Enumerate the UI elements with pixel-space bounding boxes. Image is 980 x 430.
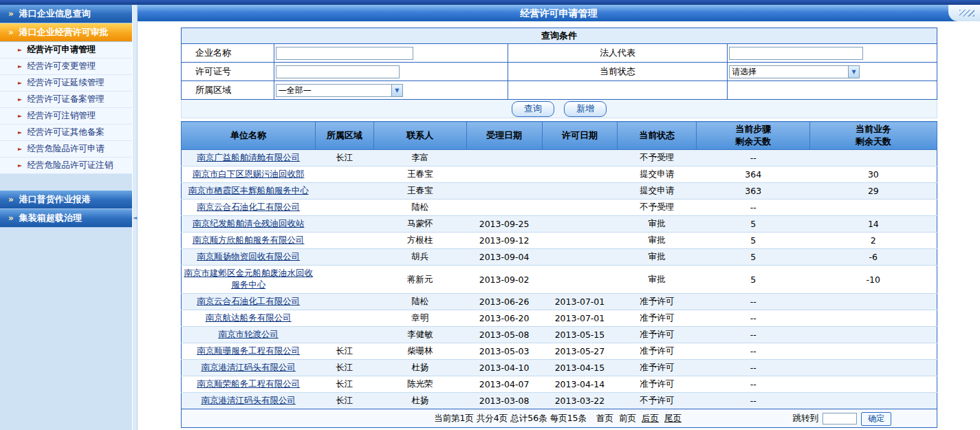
table-row: 南京顺荣船务工程有限公司长江陈光荣2013-04-072013-04-14准予许… xyxy=(182,376,937,393)
table-cell xyxy=(315,233,373,249)
sidebar-item-license-change-mgmt[interactable]: ► 经营许可变更管理 xyxy=(0,58,132,75)
search-button[interactable]: 查询 xyxy=(512,101,554,117)
sidebar-item-license-approval[interactable]: » 港口企业经营许可审批 xyxy=(0,23,132,42)
query-panel-title: 查询条件 xyxy=(182,28,937,44)
company-link[interactable]: 南京顺扬物资回收有限公司 xyxy=(197,251,300,261)
table-cell: 5 xyxy=(697,266,810,294)
table-cell: 准予许可 xyxy=(618,310,697,327)
table-cell: 李健敏 xyxy=(373,327,466,343)
confirm-button[interactable]: 确定 xyxy=(861,412,891,426)
table-cell: 陆松 xyxy=(373,200,466,216)
jump-page-input[interactable] xyxy=(823,413,857,424)
table-cell xyxy=(542,150,618,166)
table-cell: 30 xyxy=(810,166,937,183)
company-link[interactable]: 南京云合石油化工有限公司 xyxy=(197,202,300,212)
results-table: 单位名称 所属区域 联系人 受理日期 许可日期 当前状态 当前步骤 剩余天数 当… xyxy=(181,121,937,409)
sidebar-item-license-cancel-mgmt[interactable]: ► 经营许可注销管理 xyxy=(0,108,132,125)
table-row: 南京云合石油化工有限公司陆松2013-06-262013-07-01准予许可-- xyxy=(182,294,937,310)
license-no-label: 许可证号 xyxy=(182,63,274,81)
menu-icon: » xyxy=(8,195,14,204)
legal-rep-input[interactable] xyxy=(729,47,863,60)
company-link[interactable]: 南京纪发船舶清仓残油回收站 xyxy=(193,218,305,228)
company-link[interactable]: 南京市栖霞区丰辉船舶服务中心 xyxy=(188,185,309,195)
arrow-icon: ► xyxy=(18,80,22,86)
region-select[interactable]: —全部— ▼ xyxy=(276,84,403,97)
table-cell: 王春宝 xyxy=(373,183,466,200)
table-cell: 审批 xyxy=(618,266,697,294)
col-header-step-days: 当前步骤 剩余天数 xyxy=(697,122,810,150)
table-cell: 蒋新元 xyxy=(373,266,466,294)
page-title-bar: 经营许可申请管理 xyxy=(138,5,980,21)
company-link[interactable]: 南京港清江码头有限公司 xyxy=(201,362,296,372)
table-cell: -- xyxy=(697,376,810,393)
company-link[interactable]: 南京顺珊服务工程有限公司 xyxy=(197,345,300,356)
sidebar-item-license-renewal-mgmt[interactable]: ► 经营许可证延续管理 xyxy=(0,75,132,92)
arrow-icon: ► xyxy=(18,97,22,103)
sidebar-item-dangerous-goods-cancel[interactable]: ► 经营危险品许可证注销 xyxy=(0,158,132,174)
table-cell: 审批 xyxy=(618,216,697,233)
table-cell: 长江 xyxy=(315,376,373,393)
table-cell xyxy=(315,200,373,216)
table-cell: 方根柱 xyxy=(373,233,466,249)
table-cell: 2013-04-07 xyxy=(466,376,542,393)
next-page-link[interactable]: 后页 xyxy=(642,413,659,424)
table-cell: 不予受理 xyxy=(618,200,697,216)
company-link[interactable]: 南京市白下区恩赐污油回收部 xyxy=(193,169,305,179)
sidebar-item-enterprise-info-query[interactable]: » 港口企业信息查询 xyxy=(0,5,132,23)
company-cell: 南京港清江码头有限公司 xyxy=(182,360,316,376)
menu-icon: » xyxy=(8,28,14,36)
table-cell: 5 xyxy=(697,233,810,249)
col-header-status: 当前状态 xyxy=(618,122,697,150)
company-cell: 南京纪发船舶清仓残油回收站 xyxy=(182,216,316,233)
table-row: 南京港清江码头有限公司长江杜扬2013-04-102013-04-15准予许可-… xyxy=(182,360,937,376)
company-link[interactable]: 南京航达船务有限公司 xyxy=(206,312,292,323)
table-cell: 2013-05-03 xyxy=(466,343,542,360)
company-link[interactable]: 南京市建邺区金元船舶废油水回收服务中心 xyxy=(184,268,313,290)
sidebar-item-license-application-mgmt[interactable]: ► 经营许可申请管理 xyxy=(0,42,132,58)
sidebar-item-container-overload[interactable]: » 集装箱超载治理 xyxy=(0,209,132,228)
table-cell xyxy=(315,183,373,200)
table-cell xyxy=(466,200,542,216)
table-cell: 章明 xyxy=(373,310,466,327)
current-status-select[interactable]: 请选择 ▼ xyxy=(729,65,860,78)
table-row: 南京航达船务有限公司章明2013-06-202013-07-01准予许可-- xyxy=(182,310,937,327)
company-link[interactable]: 南京云合石油化工有限公司 xyxy=(197,296,300,306)
company-name-input[interactable] xyxy=(276,47,413,60)
table-cell: 长江 xyxy=(315,150,373,166)
last-page-link[interactable]: 尾页 xyxy=(664,413,682,424)
company-cell: 南京市白下区恩赐污油回收部 xyxy=(182,166,316,183)
table-cell: -- xyxy=(697,150,810,166)
arrow-icon: ► xyxy=(18,147,22,152)
table-cell: 长江 xyxy=(315,393,373,409)
sidebar-item-dangerous-goods-apply[interactable]: ► 经营危险品许可申请 xyxy=(0,141,132,158)
sidebar-item-license-filing-mgmt[interactable]: ► 经营许可证备案管理 xyxy=(0,92,132,108)
table-cell: 2013-06-20 xyxy=(466,310,542,327)
first-page-link[interactable]: 首页 xyxy=(596,413,613,424)
table-cell: -10 xyxy=(810,266,937,294)
table-cell: 2013-07-01 xyxy=(542,294,618,310)
table-cell: 不予许可 xyxy=(618,393,697,409)
company-link[interactable]: 南京广益船舶清舱有限公司 xyxy=(197,152,300,162)
sidebar-collapse-handle[interactable]: ◄ xyxy=(132,5,138,430)
sidebar-item-license-other-filing[interactable]: ► 经营许可证其他备案 xyxy=(0,125,132,141)
company-cell: 南京市轮渡公司 xyxy=(182,327,316,343)
sidebar-item-label: 集装箱超载治理 xyxy=(19,212,82,224)
table-cell: 2013-05-08 xyxy=(466,327,542,343)
company-link[interactable]: 南京顺方欣船舶服务有限公司 xyxy=(193,235,305,245)
prev-page-link[interactable]: 前页 xyxy=(619,413,636,424)
table-cell xyxy=(315,310,373,327)
add-button[interactable]: 新增 xyxy=(564,101,607,117)
sidebar-item-cargo-report[interactable]: » 港口普货作业报港 xyxy=(0,191,132,209)
table-cell: 363 xyxy=(697,183,810,200)
table-row: 南京市建邺区金元船舶废油水回收服务中心蒋新元2013-09-02审批5-10 xyxy=(182,266,937,294)
sidebar-item-label: 经营许可证延续管理 xyxy=(27,77,105,89)
license-no-input[interactable] xyxy=(276,65,400,78)
company-link[interactable]: 南京市轮渡公司 xyxy=(218,329,279,339)
company-link[interactable]: 南京港清江码头有限公司 xyxy=(201,395,296,405)
table-cell: 2013-09-12 xyxy=(466,233,542,249)
table-cell xyxy=(315,294,373,310)
company-link[interactable]: 南京顺荣船务工程有限公司 xyxy=(197,378,300,389)
table-cell: 不予受理 xyxy=(618,150,697,166)
arrow-icon: ► xyxy=(18,47,22,53)
table-cell: 准予许可 xyxy=(618,376,697,393)
